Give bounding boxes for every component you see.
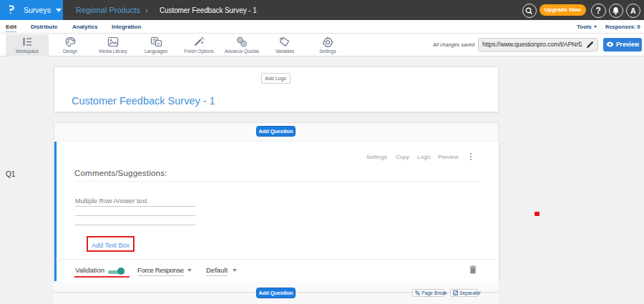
svg-text:A: A <box>157 41 160 46</box>
